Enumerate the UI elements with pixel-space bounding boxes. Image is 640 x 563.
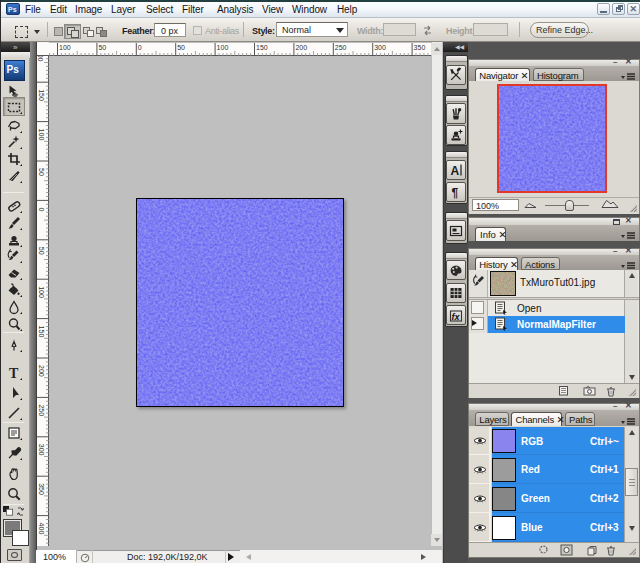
svg-text:100: 100 xyxy=(37,286,44,298)
svg-text:50: 50 xyxy=(98,43,106,50)
svg-text:T: T xyxy=(9,366,19,381)
svg-text:100: 100 xyxy=(37,129,44,141)
svg-text:100: 100 xyxy=(216,43,228,50)
svg-text:A: A xyxy=(451,164,460,178)
svg-text:200: 200 xyxy=(37,365,44,377)
svg-text:300: 300 xyxy=(374,43,386,50)
svg-text:0: 0 xyxy=(37,207,44,211)
svg-text:50: 50 xyxy=(37,168,44,176)
svg-text:200: 200 xyxy=(295,43,307,50)
svg-text:50: 50 xyxy=(177,43,185,50)
svg-text:350: 350 xyxy=(413,43,425,50)
svg-text:350: 350 xyxy=(37,483,44,495)
svg-text:200: 200 xyxy=(37,56,44,62)
svg-text:50: 50 xyxy=(37,247,44,255)
svg-text:150: 150 xyxy=(37,89,44,101)
svg-text:250: 250 xyxy=(37,404,44,416)
svg-text:150: 150 xyxy=(37,326,44,338)
svg-text:0: 0 xyxy=(137,43,141,50)
svg-text:fx: fx xyxy=(452,312,461,322)
svg-text:100: 100 xyxy=(59,43,71,50)
svg-text:300: 300 xyxy=(37,444,44,456)
svg-text:150: 150 xyxy=(256,43,268,50)
svg-text:400: 400 xyxy=(37,523,44,535)
svg-text:¶: ¶ xyxy=(452,186,459,200)
svg-text:250: 250 xyxy=(334,43,346,50)
